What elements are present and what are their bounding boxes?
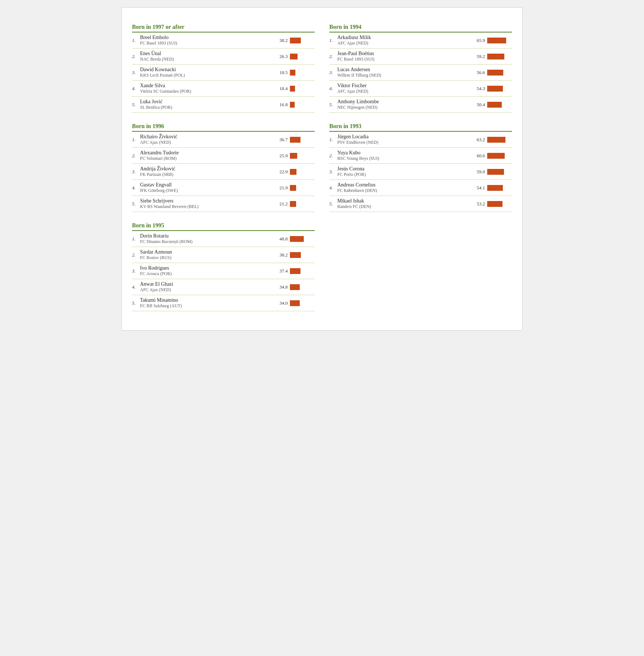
- bar-container: [487, 185, 512, 191]
- player-info: Jürgen LocadiaPSV Eindhoven (NED): [337, 134, 472, 145]
- section-title-1996: Born in 1996: [132, 123, 315, 130]
- main-card: Born in 1997 or after1.Breel EmboloFC Ba…: [121, 7, 523, 331]
- player-name: Takumi Minamino: [140, 297, 275, 303]
- player-name: Ivo Rodrigues: [140, 265, 275, 271]
- player-row: 3.Jesús CoronaFC Porto (POR)59.0: [329, 164, 512, 180]
- player-info: Jesús CoronaFC Porto (POR): [337, 166, 472, 177]
- player-row: 3.Lucas AndersenWillem II Tilburg (NED)5…: [329, 65, 512, 81]
- score-bar: 26.3: [275, 54, 315, 59]
- player-info: Andrija ŽivkovićFK Partizan (SRB): [140, 166, 275, 177]
- left-column: Born in 1997 or after1.Breel EmboloFC Ba…: [132, 24, 315, 321]
- player-row: 3.Ivo RodriguesFC Arouca (POR)37.4: [132, 263, 315, 279]
- player-club: NEC Nijmegen (NED): [337, 105, 472, 110]
- score-bar: 34.0: [275, 300, 315, 306]
- score-bar: 36.7: [275, 137, 315, 143]
- player-info: Anwar El GhaziAFC Ajax (NED): [140, 281, 275, 293]
- score-bar-fill: [487, 185, 503, 191]
- player-row: 4.Gustav EngvallIFK Göteborg (SWE)21.9: [132, 180, 315, 196]
- player-rank: 3.: [329, 169, 337, 175]
- score-bar-fill: [290, 70, 295, 76]
- player-row: 2.Jean-Paul BoëtiusFC Basel 1893 (SUI)59…: [329, 49, 512, 65]
- right-column: Born in 19941.Arkadiusz MilikAFC Ajax (N…: [329, 24, 512, 321]
- score-bar-fill: [487, 38, 506, 43]
- player-name: Sardar Azmoun: [140, 249, 275, 255]
- player-rank: 1.: [329, 38, 337, 43]
- score-bar: 22.9: [275, 169, 315, 175]
- bar-container: [487, 38, 512, 43]
- section-1996: Born in 19961.Richairo ŽivkovićAFC Ajax …: [132, 123, 315, 212]
- player-row: 1.Breel EmboloFC Basel 1893 (SUI)38.2: [132, 32, 315, 49]
- bar-container: [290, 102, 315, 108]
- player-rank: 3.: [132, 70, 140, 76]
- score-bar: 21.9: [275, 185, 315, 191]
- bar-container: [487, 70, 512, 76]
- score-bar-fill: [487, 169, 504, 175]
- player-rank: 4.: [132, 185, 140, 191]
- score-bar-fill: [290, 38, 301, 43]
- score-bar: 50.4: [472, 102, 512, 108]
- bar-container: [487, 86, 512, 92]
- player-name: Gustav Engvall: [140, 182, 275, 188]
- score-value: 37.4: [275, 268, 288, 274]
- player-name: Dorin Rotariu: [140, 233, 275, 239]
- section-title-1995: Born in 1995: [132, 222, 315, 229]
- score-bar: 63.2: [472, 137, 512, 143]
- player-club: FC Arouca (POR): [140, 271, 275, 277]
- bar-container: [290, 300, 315, 306]
- player-row: 4.Andreas CorneliusFC København (DEN)54.…: [329, 180, 512, 196]
- score-bar-fill: [290, 284, 300, 290]
- player-rank: 3.: [329, 70, 337, 76]
- score-bar-fill: [290, 268, 300, 274]
- player-club: AFC Ajax (NED): [140, 140, 275, 145]
- score-value: 56.6: [472, 70, 485, 76]
- player-rank: 4.: [329, 185, 337, 191]
- player-row: 3.Dawid KownackiKKS Lech Poznań (POL)18.…: [132, 65, 315, 81]
- player-info: Richairo ŽivkovićAFC Ajax (NED): [140, 134, 275, 145]
- player-row: 2.Yuya KuboBSC Young Boys (SUI)60.6: [329, 148, 512, 164]
- score-value: 53.2: [472, 201, 485, 207]
- player-rank: 1.: [132, 236, 140, 242]
- player-club: AFC Ajax (NED): [140, 287, 275, 293]
- bar-container: [487, 102, 512, 108]
- bar-container: [290, 38, 315, 43]
- score-bar-fill: [487, 86, 503, 92]
- score-value: 34.8: [275, 284, 288, 290]
- player-club: FC Basel 1893 (SUI): [140, 40, 275, 46]
- player-rank: 5.: [132, 102, 140, 108]
- player-info: Andreas CorneliusFC København (DEN): [337, 182, 472, 193]
- player-rank: 4.: [329, 86, 337, 92]
- player-rank: 2.: [132, 252, 140, 258]
- player-row: 2.Alexandru TudorieFC Voluntari (ROM)25.…: [132, 148, 315, 164]
- bar-container: [487, 169, 512, 175]
- player-name: Jesús Corona: [337, 166, 472, 172]
- section-1993: Born in 19931.Jürgen LocadiaPSV Eindhove…: [329, 123, 512, 212]
- score-bar: 18.5: [275, 70, 315, 76]
- player-info: Luka JovićSL Benfica (POR): [140, 99, 275, 110]
- player-club: Willem II Tilburg (NED): [337, 73, 472, 78]
- score-bar: 21.2: [275, 201, 315, 207]
- score-bar-fill: [290, 300, 300, 306]
- player-name: Anwar El Ghazi: [140, 281, 275, 287]
- player-rank: 1.: [132, 38, 140, 43]
- player-info: Siebe SchrijversKV RS Waasland Beveren (…: [140, 198, 275, 209]
- player-rank: 5.: [132, 300, 140, 306]
- score-bar: 54.3: [472, 86, 512, 92]
- player-club: SL Benfica (POR): [140, 105, 275, 110]
- score-bar-fill: [487, 201, 503, 207]
- player-rank: 2.: [329, 54, 337, 59]
- bar-container: [290, 137, 315, 143]
- score-bar-fill: [290, 137, 300, 143]
- player-row: 4.Viktor FischerAFC Ajax (NED)54.3: [329, 81, 512, 97]
- player-row: 5.Anthony LimbombeNEC Nijmegen (NED)50.4: [329, 97, 512, 113]
- player-row: 5.Siebe SchrijversKV RS Waasland Beveren…: [132, 196, 315, 212]
- player-name: Luka Jović: [140, 99, 275, 105]
- bar-container: [290, 252, 315, 258]
- player-row: 2.Enes ÜnalNAC Breda (NED)26.3: [132, 49, 315, 65]
- player-club: KKS Lech Poznań (POL): [140, 73, 275, 78]
- bar-container: [487, 153, 512, 159]
- player-club: KV RS Waasland Beveren (BEL): [140, 204, 275, 209]
- bar-container: [290, 236, 315, 242]
- player-name: Richairo Živković: [140, 134, 275, 140]
- player-rank: 2.: [132, 153, 140, 159]
- score-bar: 65.9: [472, 38, 512, 43]
